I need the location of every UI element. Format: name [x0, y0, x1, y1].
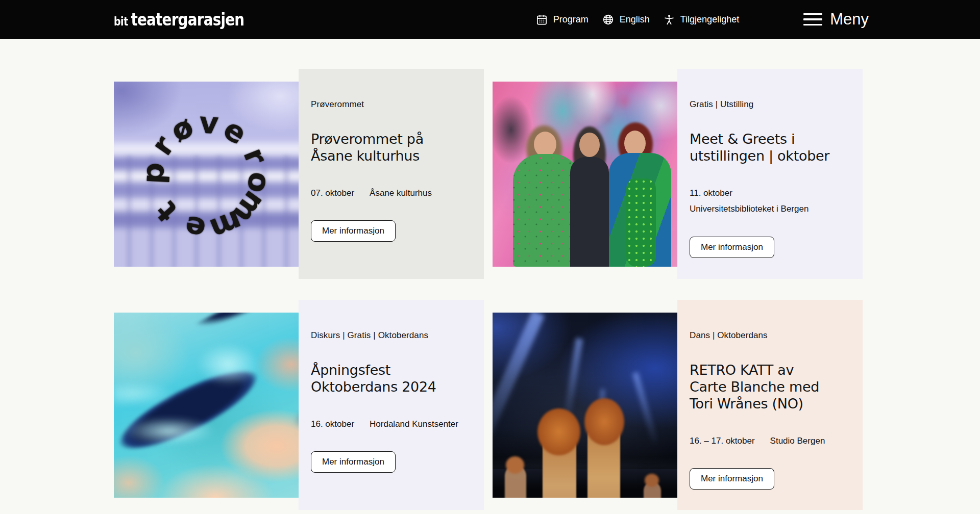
- event-tags: Gratis | Utstilling: [690, 99, 850, 110]
- event-date: 16. oktober: [311, 416, 354, 432]
- event-title[interactable]: Meet & Greets i utstillingen | oktober: [690, 131, 850, 165]
- event-image-retro-katt[interactable]: [493, 313, 677, 498]
- event-panel: Diskurs | Gratis | Oktoberdans Åpningsfe…: [299, 300, 484, 510]
- more-info-button[interactable]: Mer informasjon: [311, 220, 396, 242]
- event-image-meet-greets[interactable]: [493, 82, 677, 267]
- menu-label: Meny: [830, 10, 869, 29]
- event-title[interactable]: RETRO KATT av Carte Blanche med Tori Wrå…: [690, 362, 850, 413]
- header-nav: Program English: [536, 14, 740, 25]
- event-meta: 16. oktober Hordaland Kunstsenter: [311, 416, 464, 432]
- more-info-button[interactable]: Mer informasjon: [690, 468, 774, 490]
- nav-item-accessibility[interactable]: Tilgjengelighet: [664, 14, 739, 25]
- dancer-hair: [537, 408, 580, 455]
- event-card-retro-katt: Dans | Oktoberdans RETRO KATT av Carte B…: [493, 300, 863, 510]
- event-venue: Hordaland Kunstsenter: [370, 416, 458, 432]
- hamburger-icon: [803, 13, 822, 26]
- event-venue: Åsane kulturhus: [370, 185, 432, 201]
- event-tags: Diskurs | Gratis | Oktoberdans: [311, 330, 472, 341]
- event-date: 16. – 17. oktober: [690, 433, 755, 449]
- event-date: 07. oktober: [311, 185, 354, 201]
- event-panel: Gratis | Utstilling Meet & Greets i utst…: [677, 69, 863, 279]
- nav-item-english[interactable]: English: [602, 14, 650, 25]
- event-meta: 16. – 17. oktober Studio Bergen: [690, 433, 843, 449]
- figure-body-black-dress: [570, 157, 609, 267]
- nav-item-label: English: [620, 14, 650, 25]
- event-title[interactable]: Prøverommet på Åsane kulturhus: [311, 131, 472, 165]
- accessibility-icon: [664, 14, 675, 25]
- event-panel: Prøverommet Prøverommet på Åsane kulturh…: [299, 69, 484, 279]
- figure-head: [579, 133, 600, 157]
- nav-item-label: Tilgjengelighet: [680, 14, 739, 25]
- event-card-meet-greets: Gratis | Utstilling Meet & Greets i utst…: [493, 69, 863, 279]
- event-panel: Dans | Oktoberdans RETRO KATT av Carte B…: [677, 300, 863, 510]
- event-meta: 11. oktober Universitetsbiblioteket i Be…: [690, 185, 843, 217]
- logo-prefix: bit: [114, 15, 128, 28]
- event-tags: Dans | Oktoberdans: [690, 330, 850, 341]
- event-grid: prøve rommet Prøverommet Prøverommet på …: [114, 69, 863, 510]
- menu-button[interactable]: Meny: [803, 10, 869, 29]
- page: bit teatergarasjen Program: [0, 0, 980, 514]
- event-image-apningsfest[interactable]: [114, 313, 299, 498]
- event-image-proverommet[interactable]: prøve rommet: [114, 82, 299, 267]
- event-meta: 07. oktober Åsane kulturhus: [311, 185, 464, 201]
- site-logo[interactable]: bit teatergarasjen: [114, 9, 244, 30]
- logo-name: teatergarasjen: [131, 9, 244, 30]
- dancer-hair: [584, 398, 624, 445]
- dancer-hair: [645, 474, 659, 487]
- more-info-button[interactable]: Mer informasjon: [690, 237, 774, 258]
- more-info-button[interactable]: Mer informasjon: [311, 451, 396, 473]
- calendar-icon: [536, 14, 548, 25]
- nav-item-program[interactable]: Program: [536, 14, 589, 25]
- event-venue: Universitetsbiblioteket i Bergen: [690, 201, 808, 217]
- event-venue: Studio Bergen: [770, 433, 825, 449]
- globe-icon: [602, 14, 614, 25]
- stage-light-beam: [493, 313, 545, 455]
- nav-item-label: Program: [553, 14, 589, 25]
- event-date: 11. oktober: [690, 185, 732, 201]
- figure-green-dress-detail: [626, 178, 656, 267]
- site-header: bit teatergarasjen Program: [0, 0, 980, 39]
- event-card-apningsfest: Diskurs | Gratis | Oktoberdans Åpningsfe…: [114, 300, 484, 510]
- figure-head: [624, 131, 646, 156]
- event-title[interactable]: Åpningsfest Oktoberdans 2024: [311, 362, 472, 396]
- event-tags: Prøverommet: [311, 99, 472, 110]
- figure-head: [534, 132, 556, 157]
- event-card-proverommet: prøve rommet Prøverommet Prøverommet på …: [114, 69, 484, 279]
- stage-light-beam: [632, 372, 659, 447]
- dancer-hair: [506, 456, 524, 474]
